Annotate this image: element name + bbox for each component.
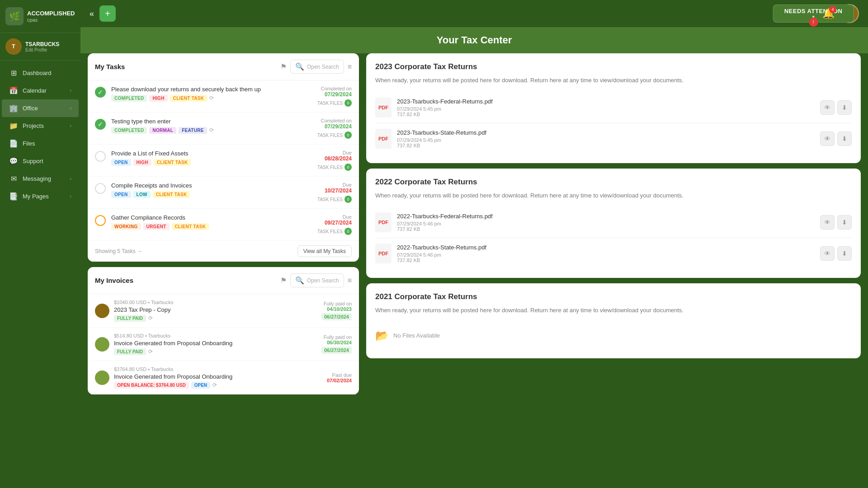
view-pdf-button[interactable]: 👁 [820,215,835,230]
invoice-date2: 06/27/2024 [321,347,352,354]
tax-returns-2021-title: 2021 Corporate Tax Returns [375,292,852,301]
projects-icon: 📁 [9,122,18,130]
pdf-icon: PDF [375,244,392,263]
task-files: TASK FILES 0 [317,164,352,171]
tasks-title: My Tasks [95,63,125,70]
table-row[interactable]: Provide a List of Fixed Assets OPEN HIGH… [88,145,359,177]
invoices-options-icon[interactable]: ≡ [348,277,352,285]
list-item[interactable]: $1040.00 USD • Tsarbucks 2023 Tax Prep -… [88,294,359,328]
nav-section: ⊞ Dashboard 📅 Calendar › 🏢 Office › 📁 Pr… [0,61,80,479]
table-row[interactable]: ✓ Please download your returns and secur… [88,80,359,113]
tasks-search-box[interactable]: 🔍 Open Search [290,60,344,74]
chevron-right-icon: › [70,88,71,93]
invoice-title: Invoice Generated from Proposal Onboardi… [114,373,322,380]
tag-completed: COMPLETED [111,95,147,102]
invoice-meta: $1040.00 USD • Tsarbucks [114,300,317,305]
invoice-content: $3764.80 USD • Tsarbucks Invoice Generat… [114,366,322,389]
task-content: Please download your returns and securel… [111,86,312,102]
task-files: TASK FILES 0 [317,99,352,107]
download-pdf-button[interactable]: ⬇ [837,215,852,230]
table-row[interactable]: ✓ Testing type then enter COMPLETED NORM… [88,113,359,145]
chevron-right-icon: › [70,106,71,111]
tax-returns-2021-card: 2021 Corporate Tax Returns When ready, y… [366,283,861,358]
task-date-label: Due [317,150,352,155]
tax-returns-2022-desc: When ready, your returns will be posted … [375,191,852,200]
task-date-label: Due [317,214,352,220]
view-all-tasks-button[interactable]: View all My Tasks [297,245,352,257]
sidebar-item-label: Dashboard [23,70,52,76]
tag-fully-paid: FULLY PAID [114,315,146,322]
tag-client-task: CLIENT TASK [153,191,190,198]
download-pdf-button[interactable]: ⬇ [837,100,852,115]
sidebar-item-calendar[interactable]: 📅 Calendar › [2,82,79,99]
pdf-size: 737.82 KB [397,258,815,263]
task-tags: OPEN HIGH CLIENT TASK [111,159,312,166]
invoice-tags: OPEN BALANCE: $3764.80 USD OPEN ⟳ [114,382,322,389]
task-files-label: TASK FILES [317,133,343,138]
no-files-section: 📂 No Files Available [375,322,852,349]
chevron-right-icon: › [70,194,71,199]
tag-feature: FEATURE [179,127,207,134]
download-pdf-button[interactable]: ⬇ [837,131,852,146]
sidebar-item-files[interactable]: 📄 Files [2,135,79,152]
sidebar-item-projects[interactable]: 📁 Projects › [2,117,79,135]
task-files: TASK FILES 0 [317,228,352,235]
sidebar-item-support[interactable]: 💬 Support [2,152,79,170]
sidebar-item-messaging[interactable]: ✉ Messaging › [2,170,79,188]
sidebar-item-my-pages[interactable]: 📑 My Pages › [2,188,79,205]
invoice-content: $514.80 USD • Tsarbucks Invoice Generate… [114,333,317,355]
tasks-footer: Showing 5 Tasks → View all My Tasks [88,241,359,262]
download-pdf-button[interactable]: ⬇ [837,246,852,261]
right-panel: 2023 Corporate Tax Returns When ready, y… [366,53,861,481]
view-pdf-button[interactable]: 👁 [820,246,835,261]
office-icon: 🏢 [9,104,18,113]
table-row[interactable]: Compile Receipts and Invoices OPEN LOW C… [88,177,359,209]
needs-attention-banner[interactable]: NEEDS ATTENTION ▼ ! [773,5,854,23]
task-date-label: Completed on [317,118,352,123]
pdf-meta: 07/29/2024 5:45 pm [397,106,815,112]
sidebar-item-label: Projects [23,122,44,129]
invoice-status-label: Past due [327,372,352,378]
alert-badge: ! [809,18,818,27]
pdf-info: 2023-Tsarbucks-Federal-Returns.pdf 07/29… [397,98,815,117]
content-wrapper: Your Tax Center My Tasks ⚑ 🔍 Open Search [80,27,868,488]
invoice-avatar [95,337,109,352]
task-files-count: 0 [344,164,352,171]
invoices-search-box[interactable]: 🔍 Open Search [290,273,344,287]
tasks-filter-icon[interactable]: ⚑ [280,62,287,71]
view-pdf-button[interactable]: 👁 [820,131,835,146]
pdf-name: 2023-Tsarbucks-State-Returns.pdf [397,129,815,136]
pdf-item: PDF 2023-Tsarbucks-State-Returns.pdf 07/… [375,123,852,154]
tax-returns-2023-desc: When ready, your returns will be posted … [375,76,852,85]
tasks-options-icon[interactable]: ≡ [348,63,352,71]
edit-profile-link[interactable]: Edit Profile [25,47,59,52]
notification-button[interactable]: 🔔 4 [822,8,835,19]
list-item[interactable]: $3764.80 USD • Tsarbucks Invoice Generat… [88,361,359,394]
collapse-sidebar-button[interactable]: « [90,9,94,19]
list-item[interactable]: $514.80 USD • Tsarbucks Invoice Generate… [88,328,359,361]
top-bar: « + NEEDS ATTENTION ▼ ! 🔔 4 T [80,0,868,27]
user-profile[interactable]: T TSARBUCKS Edit Profile [0,33,80,61]
task-content: Compile Receipts and Invoices OPEN LOW C… [111,182,312,198]
tag-urgent: URGENT [143,223,170,230]
table-row[interactable]: Gather Compliance Records WORKING URGENT… [88,209,359,241]
pdf-actions: 👁 ⬇ [820,215,852,230]
invoices-filter-icon[interactable]: ⚑ [280,276,287,285]
logo-icon: 🌿 [5,7,24,25]
invoices-card-header: My Invoices ⚑ 🔍 Open Search ≡ [88,267,359,294]
messaging-icon: ✉ [9,174,18,183]
pdf-name: 2023-Tsarbucks-Federal-Returns.pdf [397,98,815,105]
task-right: Due 10/27/2024 TASK FILES 0 [317,182,352,203]
pdf-meta: 07/29/2024 5:45 pm [397,137,815,143]
pdf-meta: 07/29/2024 5:46 pm [397,252,815,258]
invoice-right: Past due 07/02/2024 [327,372,352,383]
view-pdf-button[interactable]: 👁 [820,100,835,115]
tag-client-task: CLIENT TASK [154,159,191,166]
sidebar-item-office[interactable]: 🏢 Office › [2,99,79,117]
logo-area: 🌿 ACCOMPLISHED cpas [0,0,80,33]
user-info: TSARBUCKS Edit Profile [25,41,59,52]
tasks-search-placeholder: Open Search [307,64,339,70]
sidebar-item-dashboard[interactable]: ⊞ Dashboard [2,64,79,82]
chevron-right-icon: › [70,123,71,128]
add-button[interactable]: + [99,5,116,22]
